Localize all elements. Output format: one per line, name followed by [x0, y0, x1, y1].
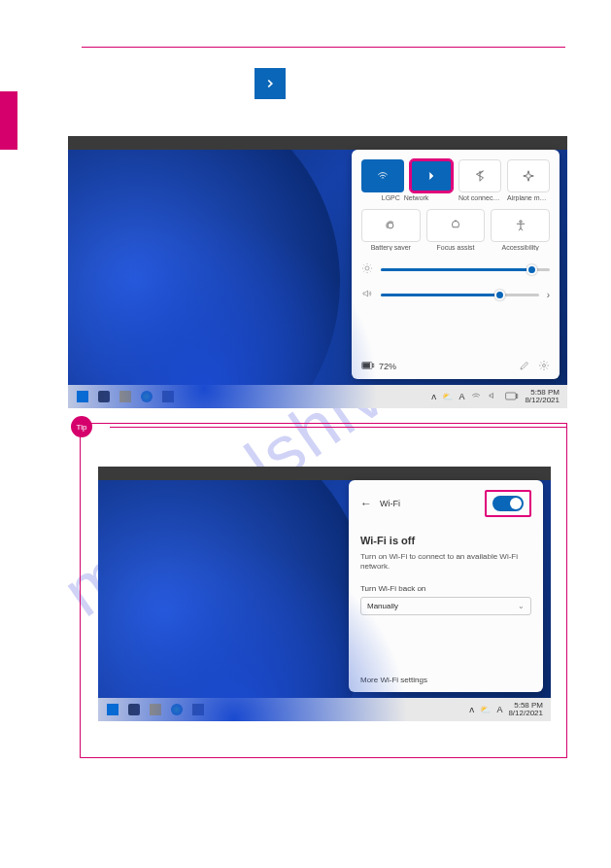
wifi-detail-panel: ← Wi-Fi Wi-Fi is off Turn on Wi-Fi to co…: [349, 480, 543, 692]
focus-assist-tile[interactable]: [426, 209, 486, 242]
battery-percent: 72%: [379, 362, 396, 371]
tray-chevron-icon[interactable]: ʌ: [469, 705, 474, 714]
tray-network-icon[interactable]: [470, 391, 482, 402]
quick-tiles-row-2: [361, 209, 550, 242]
svg-rect-7: [506, 393, 517, 399]
wifi-off-title: Wi-Fi is off: [360, 535, 531, 546]
svg-rect-8: [517, 394, 518, 398]
back-icon[interactable]: ←: [360, 497, 372, 510]
tray-volume-icon[interactable]: [488, 391, 499, 402]
settings-icon[interactable]: [538, 360, 550, 373]
airplane-tile[interactable]: [507, 159, 550, 192]
page-edge-tab: [0, 91, 17, 150]
tip-badge: Tip: [71, 416, 92, 437]
tray-chevron-icon[interactable]: ʌ: [431, 392, 436, 401]
more-wifi-link[interactable]: More Wi-Fi settings: [360, 676, 427, 684]
screenshot-wifi-panel: ← Wi-Fi Wi-Fi is off Turn on Wi-Fi to co…: [98, 467, 551, 721]
clock-date: 8/12/2021: [525, 397, 560, 404]
dropdown-value: Manually: [367, 602, 398, 610]
battery-saver-label: Battery saver: [361, 244, 421, 251]
taskbar-clock[interactable]: 5:58 PM 8/12/2021: [525, 389, 560, 404]
wifi-panel-header: ← Wi-Fi: [360, 490, 531, 517]
quick-tile-labels-2: Battery saver Focus assist Accessibility: [361, 244, 550, 251]
tray-lang-indicator[interactable]: A: [458, 392, 464, 401]
wifi-toggle[interactable]: [492, 496, 524, 511]
store-icon[interactable]: [161, 390, 175, 403]
quick-tile-labels-1: LGPC_Network_ Not connected Airplane mod…: [361, 194, 550, 201]
taskbar-clock[interactable]: 5:58 PM 8/12/2021: [508, 702, 543, 717]
svg-point-6: [543, 365, 546, 367]
svg-rect-5: [363, 364, 370, 368]
taskbar: ʌ ⛅ A 5:58 PM 8/12/2021: [98, 698, 551, 721]
tray-onedrive-icon[interactable]: ⛅: [480, 705, 491, 714]
explorer-icon[interactable]: [149, 703, 162, 716]
quick-tiles-row-1: [361, 159, 550, 192]
wifi-tile[interactable]: [361, 159, 404, 192]
brightness-icon: [361, 262, 373, 276]
panel-footer: 72%: [361, 360, 550, 373]
volume-icon: [361, 288, 373, 301]
start-icon[interactable]: [106, 703, 119, 716]
screenshot-quick-settings: LGPC_Network_ Not connected Airplane mod…: [68, 136, 567, 408]
store-icon[interactable]: [191, 703, 205, 716]
battery-icon: [361, 361, 375, 372]
svg-rect-3: [362, 363, 373, 369]
edge-icon[interactable]: [140, 390, 153, 403]
search-icon[interactable]: [97, 390, 111, 403]
svg-point-1: [519, 221, 521, 223]
focus-label: Focus assist: [426, 244, 486, 251]
window-titlebar: [68, 136, 567, 150]
svg-point-0: [388, 223, 393, 228]
wifi-expand-tile[interactable]: [410, 159, 453, 192]
instruction-arrow-icon: [255, 68, 286, 99]
tip-callout: Tip ← Wi-Fi Wi-Fi is off Turn on Wi-Fi t…: [80, 423, 567, 758]
wifi-toggle-highlight: [485, 490, 531, 517]
tray-battery-icon[interactable]: [505, 392, 519, 402]
svg-point-2: [365, 266, 369, 270]
volume-slider[interactable]: [381, 294, 539, 296]
volume-row: ›: [361, 288, 550, 301]
bt-label: Not connected: [458, 194, 501, 201]
search-icon[interactable]: [127, 703, 141, 716]
horizontal-divider: [82, 47, 565, 48]
tip-divider: [110, 427, 566, 428]
explorer-icon[interactable]: [119, 390, 132, 403]
accessibility-tile[interactable]: [491, 209, 550, 242]
wifi-header-label: Wi-Fi: [380, 499, 400, 508]
start-icon[interactable]: [76, 390, 89, 403]
bluetooth-tile[interactable]: [458, 159, 501, 192]
quick-settings-panel: LGPC_Network_ Not connected Airplane mod…: [352, 150, 560, 379]
edge-icon[interactable]: [170, 703, 184, 716]
window-titlebar: [98, 467, 551, 480]
wifi-off-body: Turn on Wi-Fi to connect to an available…: [360, 552, 531, 573]
svg-rect-4: [373, 364, 374, 367]
chevron-down-icon: ⌄: [518, 602, 525, 610]
access-label: Accessibility: [491, 244, 550, 251]
brightness-row: [361, 262, 550, 276]
turn-back-dropdown[interactable]: Manually ⌄: [360, 597, 531, 615]
brightness-slider[interactable]: [381, 268, 550, 271]
turn-back-label: Turn Wi-Fi back on: [360, 584, 531, 593]
volume-expand-icon[interactable]: ›: [547, 290, 550, 300]
edit-icon[interactable]: [519, 360, 530, 373]
tray-onedrive-icon[interactable]: ⛅: [442, 392, 453, 401]
airplane-label: Airplane mode: [507, 194, 550, 201]
battery-saver-tile[interactable]: [361, 209, 421, 242]
tray-lang-indicator[interactable]: A: [496, 705, 502, 714]
taskbar: ʌ ⛅ A 5:58 PM 8/12/2021: [68, 385, 567, 408]
clock-date: 8/12/2021: [508, 710, 543, 717]
wifi-label: LGPC_Network_: [361, 194, 453, 201]
